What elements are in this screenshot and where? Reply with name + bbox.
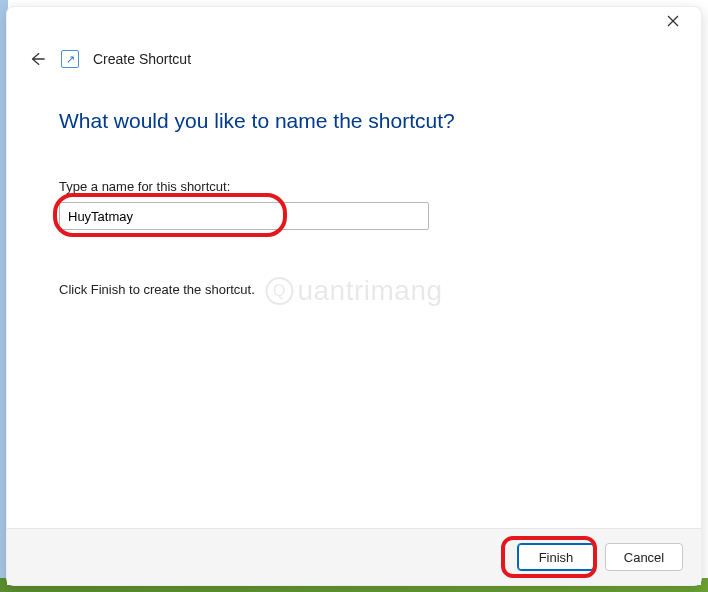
back-button[interactable] — [27, 49, 47, 69]
shortcut-name-input[interactable] — [59, 202, 429, 230]
dialog-content: What would you like to name the shortcut… — [7, 73, 701, 528]
dialog-header: Create Shortcut — [7, 35, 701, 73]
close-icon — [667, 15, 679, 27]
page-heading: What would you like to name the shortcut… — [59, 109, 659, 133]
shortcut-icon — [61, 50, 79, 68]
close-button[interactable] — [653, 7, 693, 35]
input-label: Type a name for this shortcut: — [59, 179, 659, 194]
cancel-button[interactable]: Cancel — [605, 543, 683, 571]
dialog-footer: Finish Cancel — [7, 528, 701, 585]
finish-button[interactable]: Finish — [517, 543, 595, 571]
create-shortcut-dialog: Create Shortcut What would you like to n… — [6, 6, 702, 586]
shortcut-name-field-wrap — [59, 202, 429, 230]
titlebar — [7, 7, 701, 35]
back-arrow-icon — [28, 50, 46, 68]
instruction-text: Click Finish to create the shortcut. — [59, 282, 659, 297]
dialog-title: Create Shortcut — [93, 51, 191, 67]
